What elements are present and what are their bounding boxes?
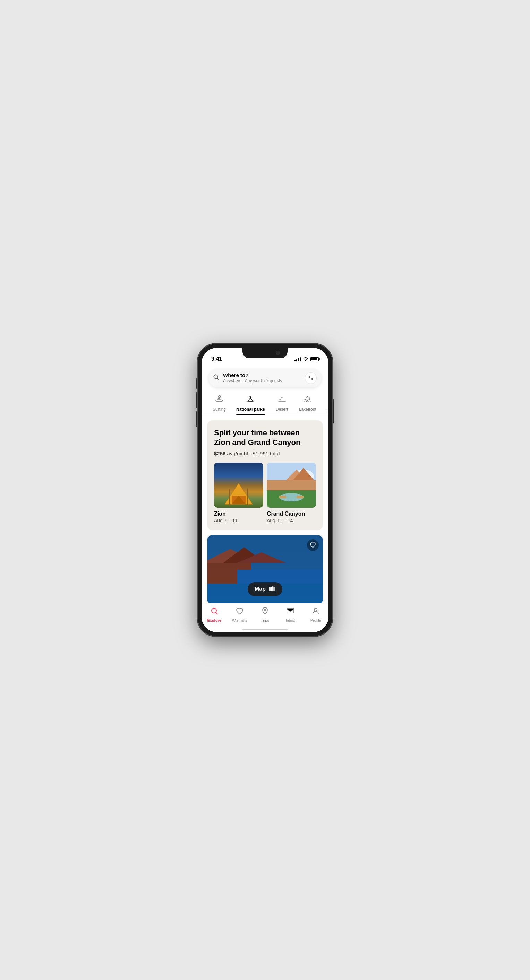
svg-rect-26 <box>207 563 251 603</box>
wishlists-label: Wishlists <box>232 618 247 622</box>
search-bar-container: Where to? Anywhere · Any week · 2 guests <box>201 365 329 390</box>
svg-point-2 <box>309 377 310 378</box>
trips-icon <box>261 607 269 617</box>
home-indicator <box>201 629 329 632</box>
national-parks-label: National parks <box>236 407 265 412</box>
svg-rect-15 <box>247 488 248 506</box>
profile-label: Profile <box>310 618 321 622</box>
phone-frame: 9:41 <box>197 344 333 636</box>
search-details: Anywhere · Any week · 2 guests <box>223 379 305 384</box>
svg-marker-29 <box>237 552 286 563</box>
wifi-icon <box>303 356 308 362</box>
split-card[interactable]: Split your time between Zion and Grand C… <box>207 420 323 530</box>
explore-icon <box>210 607 219 617</box>
mute-button[interactable] <box>196 379 197 389</box>
price-total[interactable]: $1,991 total <box>252 450 279 457</box>
zion-name: Zion <box>214 511 263 518</box>
nav-profile[interactable]: Profile <box>306 607 326 622</box>
split-price: $256 avg/night · $1,991 total <box>214 450 316 457</box>
price-avg-label: avg/night <box>227 450 248 457</box>
svg-point-3 <box>312 379 313 380</box>
zion-image <box>214 463 263 508</box>
nav-trips[interactable]: Trips <box>255 607 275 622</box>
main-content: Split your time between Zion and Grand C… <box>201 415 329 603</box>
surfing-icon <box>215 395 224 406</box>
filter-button[interactable] <box>305 372 317 384</box>
treehouse-label: Treehouse <box>326 407 329 412</box>
grand-canyon-image <box>267 463 316 508</box>
status-icons <box>294 356 319 362</box>
nav-explore[interactable]: Explore <box>204 607 224 622</box>
split-title: Split your time between Zion and Grand C… <box>214 428 316 447</box>
category-tab-national-parks[interactable]: National parks <box>231 392 270 415</box>
category-tab-lakefront[interactable]: Lakefront <box>294 392 321 415</box>
listing-card[interactable]: Map <box>207 535 323 603</box>
vol-up-button[interactable] <box>196 392 197 408</box>
zion-location[interactable]: Zion Aug 7 – 11 <box>214 463 263 523</box>
wishlist-button[interactable] <box>307 539 319 551</box>
status-time: 9:41 <box>211 356 222 362</box>
zion-dates: Aug 7 – 11 <box>214 518 263 523</box>
search-icon <box>213 374 220 382</box>
phone-screen: 9:41 <box>201 348 329 632</box>
nav-inbox[interactable]: Inbox <box>281 607 300 622</box>
battery-icon <box>310 357 319 361</box>
desert-label: Desert <box>276 407 288 412</box>
front-camera <box>276 351 280 355</box>
home-indicator-bar <box>243 628 287 630</box>
inbox-icon <box>286 607 294 617</box>
grand-canyon-dates: Aug 11 – 14 <box>267 518 316 523</box>
grand-canyon-name: Grand Canyon <box>267 511 316 518</box>
svg-marker-27 <box>207 549 258 563</box>
svg-line-1 <box>217 379 219 380</box>
svg-rect-32 <box>269 587 271 591</box>
inbox-label: Inbox <box>286 618 295 622</box>
svg-rect-24 <box>297 496 303 498</box>
signal-icon <box>294 357 301 361</box>
vol-down-button[interactable] <box>196 411 197 427</box>
map-button[interactable]: Map <box>247 582 283 596</box>
svg-marker-34 <box>273 586 275 591</box>
split-images: Zion Aug 7 – 11 <box>214 463 316 523</box>
wishlists-icon <box>236 607 244 617</box>
canyon-graphic <box>267 463 316 508</box>
category-tab-treehouse[interactable]: Treehouse <box>321 392 329 415</box>
svg-marker-28 <box>223 547 265 563</box>
search-where-label: Where to? <box>223 372 305 379</box>
svg-rect-14 <box>229 488 230 506</box>
notch <box>243 348 287 358</box>
svg-line-38 <box>216 612 217 614</box>
svg-point-9 <box>217 395 220 399</box>
national-parks-icon <box>246 395 255 406</box>
trips-label: Trips <box>261 618 269 622</box>
search-text[interactable]: Where to? Anywhere · Any week · 2 guests <box>223 372 305 384</box>
scroll-content[interactable]: Where to? Anywhere · Any week · 2 guests… <box>201 365 329 603</box>
lakefront-icon <box>303 395 312 406</box>
category-tab-desert[interactable]: Desert <box>270 392 294 415</box>
tent-graphic <box>221 480 256 508</box>
grand-canyon-location[interactable]: Grand Canyon Aug 11 – 14 <box>267 463 316 523</box>
svg-point-39 <box>264 609 266 611</box>
surfing-label: Surfing <box>212 407 226 412</box>
map-label: Map <box>255 586 266 592</box>
price-avg: $256 <box>214 450 225 457</box>
svg-rect-23 <box>279 496 286 498</box>
map-icon <box>268 585 275 593</box>
svg-point-40 <box>314 608 317 611</box>
power-button[interactable] <box>333 399 334 423</box>
bottom-nav: Explore Wishlists Trips In <box>201 603 329 629</box>
nav-wishlists[interactable]: Wishlists <box>230 607 249 622</box>
profile-icon <box>311 607 320 617</box>
category-tab-surfing[interactable]: Surfing <box>207 392 231 415</box>
search-bar[interactable]: Where to? Anywhere · Any week · 2 guests <box>209 369 321 387</box>
explore-label: Explore <box>207 618 221 622</box>
lakefront-label: Lakefront <box>299 407 316 412</box>
desert-icon <box>278 395 286 406</box>
category-tabs: Surfing National parks Desert <box>201 390 329 415</box>
